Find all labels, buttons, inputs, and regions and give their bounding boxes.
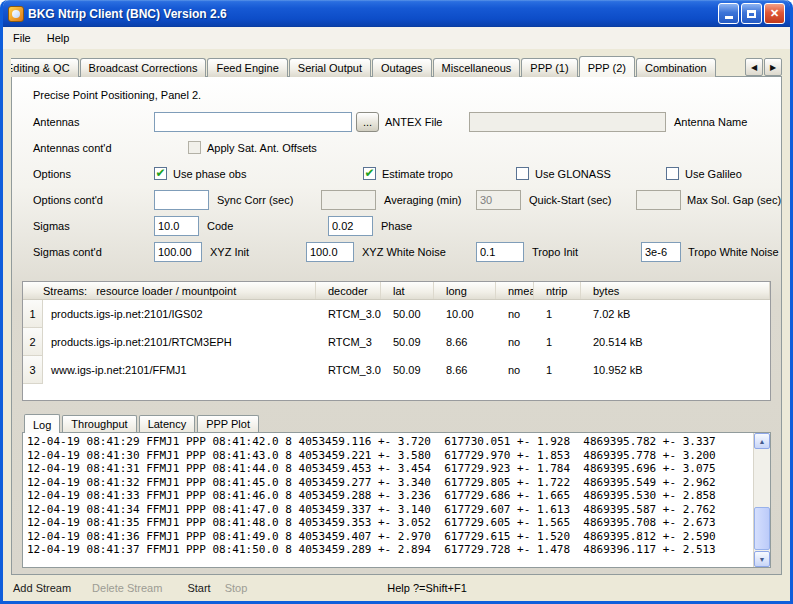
tab-serial-output[interactable]: Serial Output (289, 58, 371, 77)
table-row[interactable]: 2 products.igs-ip.net:2101/RTCM3EPH RTCM… (23, 328, 770, 356)
streams-header-decoder: decoder (316, 282, 381, 299)
averaging-label: Averaging (min) (384, 187, 461, 213)
antex-browse-button[interactable]: ... (356, 112, 379, 132)
app-icon[interactable] (8, 6, 24, 22)
tab-feed-engine[interactable]: Feed Engine (207, 58, 287, 77)
tropo-init-input[interactable] (476, 242, 524, 262)
tab-combination[interactable]: Combination (636, 58, 716, 77)
maximize-icon (747, 10, 756, 18)
check-icon: ✔ (364, 167, 374, 179)
close-icon: ✕ (770, 8, 779, 19)
quick-start-input[interactable] (476, 190, 521, 210)
chevron-right-icon: ▶ (770, 63, 776, 72)
log-line: 12-04-19 08:41:30 FFMJ1 PPP 08:41:43.0 8… (27, 449, 766, 463)
main-area: Editing & QC Broadcast Corrections Feed … (3, 49, 790, 575)
estimate-tropo-checkbox[interactable]: ✔ (363, 167, 376, 180)
form-row-sigmas: Sigmas Code Phase (33, 213, 773, 239)
log-line: 12-04-19 08:41:36 FFMJ1 PPP 08:41:49.0 8… (27, 530, 766, 544)
title-bar[interactable]: BKG Ntrip Client (BNC) Version 2.6 ✕ (3, 0, 790, 27)
max-sol-gap-input[interactable] (636, 190, 681, 210)
xyz-white-noise-label: XYZ White Noise (362, 239, 446, 265)
menu-help[interactable]: Help (39, 29, 78, 47)
check-icon: ✔ (155, 167, 165, 179)
form-row-options: Options ✔ Use phase obs ✔ Estimate tropo… (33, 161, 773, 187)
minimize-button[interactable] (718, 3, 739, 24)
app-window: BKG Ntrip Client (BNC) Version 2.6 ✕ Fil… (0, 0, 793, 604)
chevron-left-icon: ◀ (751, 63, 757, 72)
log-line: 12-04-19 08:41:35 FFMJ1 PPP 08:41:48.0 8… (27, 516, 766, 530)
nmea-cell: no (496, 328, 534, 356)
start-button[interactable]: Start (187, 582, 210, 594)
scroll-up-icon: ▲ (759, 438, 766, 445)
antex-file-input[interactable] (469, 112, 666, 132)
apply-sat-offsets-checkbox[interactable] (188, 141, 201, 154)
tab-throughput[interactable]: Throughput (62, 415, 136, 432)
table-row[interactable]: 1 products.igs-ip.net:2101/IGS02 RTCM_3.… (23, 300, 770, 328)
streams-header-nmea: nmea (496, 282, 534, 299)
nmea-cell: no (496, 356, 534, 384)
tab-ppp-2[interactable]: PPP (2) (579, 56, 635, 77)
delete-stream-button[interactable]: Delete Stream (92, 582, 162, 594)
use-glonass-checkbox[interactable] (516, 167, 529, 180)
streams-table: Streams: resource loader / mountpoint de… (22, 281, 771, 401)
long-cell: 8.66 (434, 328, 496, 356)
form-row-options-contd: Options cont'd Sync Corr (sec) Averaging… (33, 187, 773, 213)
streams-header-lat: lat (381, 282, 434, 299)
tab-editing-qc[interactable]: Editing & QC (11, 58, 79, 77)
tab-ppp-1[interactable]: PPP (1) (521, 58, 577, 77)
options-contd-label: Options cont'd (33, 187, 103, 213)
log-lines: 12-04-19 08:41:29 FFMJ1 PPP 08:41:42.0 8… (23, 433, 770, 559)
table-row[interactable]: 3 www.igs-ip.net:2101/FFMJ1 RTCM_3.0 50.… (23, 356, 770, 384)
window-title: BKG Ntrip Client (BNC) Version 2.6 (28, 7, 716, 21)
estimate-tropo-label: Estimate tropo (382, 161, 453, 187)
ppp2-panel: Precise Point Positioning, Panel 2. Ante… (11, 76, 782, 575)
sigmas-contd-label: Sigmas cont'd (33, 239, 102, 265)
tab-log[interactable]: Log (24, 414, 60, 433)
streams-header-bytes: bytes (581, 282, 770, 299)
antennas-contd-label: Antennas cont'd (33, 135, 112, 161)
log-scrollbar[interactable]: ▲ ▼ (753, 433, 770, 567)
tab-scroll-left-button[interactable]: ◀ (745, 58, 763, 76)
xyz-init-input[interactable] (154, 242, 202, 262)
sync-corr-input[interactable] (154, 190, 209, 210)
scroll-up-button[interactable]: ▲ (754, 433, 770, 449)
tab-broadcast-corrections[interactable]: Broadcast Corrections (80, 58, 207, 77)
scroll-down-button[interactable]: ▼ (754, 551, 770, 567)
lat-cell: 50.09 (381, 328, 434, 356)
sigma-code-input[interactable] (154, 216, 199, 236)
tab-scroll-right-button[interactable]: ▶ (764, 58, 782, 76)
sigma-phase-input[interactable] (328, 216, 373, 236)
sigma-phase-label: Phase (381, 213, 412, 239)
tab-miscellaneous[interactable]: Miscellaneous (433, 58, 521, 77)
tropo-white-noise-input[interactable] (641, 242, 681, 262)
menu-file[interactable]: File (5, 29, 39, 47)
scrollbar-track[interactable] (754, 449, 770, 551)
maximize-button[interactable] (741, 3, 762, 24)
bytes-cell: 7.02 kB (581, 300, 770, 328)
streams-header-mountpoint: Streams: resource loader / mountpoint (23, 282, 316, 299)
tab-outages[interactable]: Outages (372, 58, 432, 77)
use-phase-obs-checkbox[interactable]: ✔ (154, 167, 167, 180)
use-galileo-checkbox[interactable] (666, 167, 679, 180)
apply-sat-offsets-label: Apply Sat. Ant. Offsets (207, 135, 317, 161)
log-line: 12-04-19 08:41:37 FFMJ1 PPP 08:41:50.0 8… (27, 543, 766, 557)
log-line: 12-04-19 08:41:34 FFMJ1 PPP 08:41:47.0 8… (27, 503, 766, 517)
form-row-antennas-contd: Antennas cont'd Apply Sat. Ant. Offsets (33, 135, 773, 161)
scrollbar-thumb[interactable] (754, 507, 770, 550)
options-label: Options (33, 161, 71, 187)
mountpoint-cell: www.igs-ip.net:2101/FFMJ1 (43, 356, 316, 384)
sigmas-label: Sigmas (33, 213, 70, 239)
log-line: 12-04-19 08:41:31 FFMJ1 PPP 08:41:44.0 8… (27, 462, 766, 476)
bytes-cell: 10.952 kB (581, 356, 770, 384)
close-button[interactable]: ✕ (764, 3, 785, 24)
mountpoint-cell: products.igs-ip.net:2101/IGS02 (43, 300, 316, 328)
antennas-input[interactable] (154, 112, 352, 132)
stop-button[interactable]: Stop (225, 582, 248, 594)
tab-ppp-plot[interactable]: PPP Plot (197, 415, 259, 432)
xyz-white-noise-input[interactable] (306, 242, 354, 262)
averaging-input[interactable] (321, 190, 376, 210)
lat-cell: 50.00 (381, 300, 434, 328)
log-line: 12-04-19 08:41:32 FFMJ1 PPP 08:41:45.0 8… (27, 476, 766, 490)
tab-latency[interactable]: Latency (139, 415, 196, 432)
add-stream-button[interactable]: Add Stream (13, 582, 71, 594)
